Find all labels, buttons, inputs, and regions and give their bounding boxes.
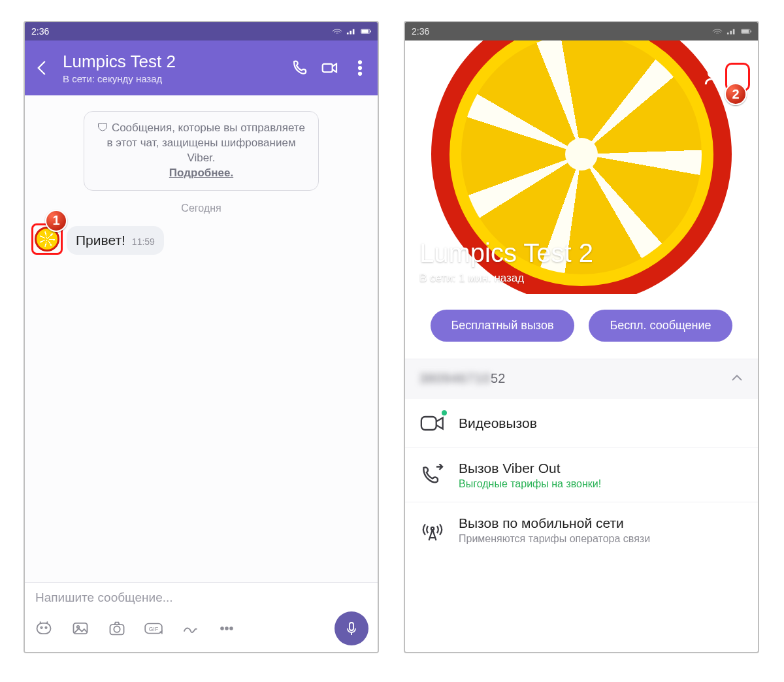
profile-presence: В сети: 1 мин. назад xyxy=(419,272,593,285)
contact-name: Lumpics Test 2 xyxy=(63,52,280,72)
video-call-label: Видеовызов xyxy=(459,415,537,431)
svg-text:GIF: GIF xyxy=(149,626,158,632)
svg-rect-7 xyxy=(37,623,51,634)
cellular-call-label: Вызов по мобильной сети xyxy=(459,515,650,531)
cellular-call-subtitle: Применяются тарифы оператора связи xyxy=(459,533,650,545)
message-time: 11:59 xyxy=(132,236,155,247)
svg-point-25 xyxy=(736,71,739,73)
voice-message-button[interactable] xyxy=(335,611,368,645)
profile-name: Lumpics Test 2 xyxy=(419,238,593,268)
video-call-button[interactable] xyxy=(320,58,340,78)
shield-icon: 🛡 xyxy=(97,122,112,134)
profile-action-list: Видеовызов Вызов Viber Out Выгодные тари… xyxy=(405,398,758,557)
profile-screen: 2:36 2 Lumpics Test 2 В сети: 1 мин. наз… xyxy=(404,21,759,653)
svg-rect-19 xyxy=(350,623,353,630)
chat-header: Lumpics Test 2 В сети: секунду назад xyxy=(25,41,378,95)
encryption-notice[interactable]: 🛡 Сообщения, которые вы отправляете в эт… xyxy=(84,111,319,191)
svg-point-18 xyxy=(230,627,233,630)
android-status-bar: 2:36 xyxy=(25,22,378,41)
viber-out-subtitle: Выгодные тарифы на звонки! xyxy=(459,478,601,490)
svg-point-17 xyxy=(225,627,228,630)
profile-cta-row: Бесплатный вызов Беспл. сообщение xyxy=(405,294,758,359)
chevron-up-icon[interactable] xyxy=(730,371,743,386)
chat-screen: 2:36 Lumpics Test 2 В сети: секунду наза… xyxy=(24,21,379,653)
camera-icon[interactable] xyxy=(107,619,127,638)
video-icon xyxy=(419,412,446,435)
chat-body: 🛡 Сообщения, которые вы отправляете в эт… xyxy=(25,95,378,582)
annotation-step-2: 2 xyxy=(725,83,747,105)
back-button[interactable] xyxy=(33,58,52,78)
svg-rect-22 xyxy=(751,31,751,33)
profile-hero: 2 Lumpics Test 2 В сети: 1 мин. назад xyxy=(405,41,758,294)
svg-rect-1 xyxy=(361,29,368,33)
date-separator: Сегодня xyxy=(25,203,378,214)
viber-out-item[interactable]: Вызов Viber Out Выгодные тарифы на звонк… xyxy=(405,447,758,502)
svg-rect-3 xyxy=(323,64,333,73)
phone-number-section[interactable]: 38094671052 xyxy=(405,359,758,398)
cell-tower-icon xyxy=(419,519,446,542)
svg-point-13 xyxy=(114,626,120,632)
viber-out-label: Вызов Viber Out xyxy=(459,461,601,476)
voice-call-button[interactable] xyxy=(290,58,310,78)
message-bubble[interactable]: Привет! 11:59 xyxy=(67,226,164,255)
free-call-button[interactable]: Бесплатный вызов xyxy=(431,310,574,342)
message-input-bar: Напишите сообщение... GIF xyxy=(25,582,378,652)
status-time: 2:36 xyxy=(31,26,49,37)
contact-avatar-highlight: 1 xyxy=(31,223,63,255)
more-menu-highlight: 2 xyxy=(725,63,750,91)
more-attachments-icon[interactable] xyxy=(217,619,237,638)
notification-dot xyxy=(442,410,447,415)
more-menu-button[interactable] xyxy=(350,58,370,78)
svg-point-8 xyxy=(41,627,42,628)
svg-point-16 xyxy=(221,627,223,630)
viber-out-icon xyxy=(419,464,446,487)
doodle-icon[interactable] xyxy=(180,619,200,638)
sticker-icon[interactable] xyxy=(34,619,54,638)
status-icons xyxy=(332,27,371,35)
chat-title-block[interactable]: Lumpics Test 2 В сети: секунду назад xyxy=(63,52,280,84)
svg-point-23 xyxy=(709,70,716,77)
svg-rect-2 xyxy=(370,31,371,33)
annotation-step-1: 1 xyxy=(45,210,67,232)
svg-point-6 xyxy=(359,73,361,75)
gallery-icon[interactable] xyxy=(71,619,90,638)
message-text: Привет! xyxy=(76,233,125,248)
add-contact-icon[interactable] xyxy=(703,66,725,88)
svg-rect-21 xyxy=(742,29,749,33)
phone-number-suffix: 52 xyxy=(491,371,505,385)
message-input[interactable]: Напишите сообщение... xyxy=(31,591,371,611)
svg-point-9 xyxy=(45,627,46,628)
contact-presence: В сети: секунду назад xyxy=(63,73,280,84)
svg-point-4 xyxy=(359,61,361,63)
svg-point-5 xyxy=(359,67,361,69)
status-icons xyxy=(712,27,751,35)
cellular-call-item[interactable]: Вызов по мобильной сети Применяются тари… xyxy=(405,502,758,557)
message-row: 1 Привет! 11:59 xyxy=(25,223,378,255)
gif-icon[interactable]: GIF xyxy=(144,619,163,638)
svg-rect-28 xyxy=(421,417,436,430)
free-message-button[interactable]: Беспл. сообщение xyxy=(589,310,732,342)
android-status-bar: 2:36 xyxy=(405,22,758,41)
phone-number-blurred: 380946710 xyxy=(419,371,491,385)
learn-more-link[interactable]: Подробнее. xyxy=(96,166,306,181)
back-button[interactable] xyxy=(413,66,435,88)
svg-point-26 xyxy=(736,76,739,78)
video-call-item[interactable]: Видеовызов xyxy=(405,398,758,447)
status-time: 2:36 xyxy=(412,26,429,37)
